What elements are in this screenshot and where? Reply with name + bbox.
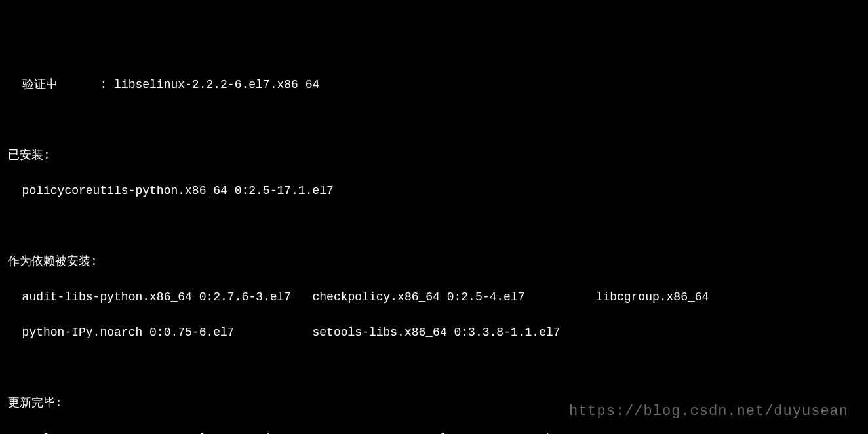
- blank-line: [8, 218, 860, 235]
- installed-header: 已安装:: [8, 147, 860, 165]
- deps-installed-line2: python-IPy.noarch 0:0.75-6.el7 setools-l…: [8, 324, 860, 342]
- updated-line1: curl.x86_64 0:7.29.0-42.el7_4.1 dracut.x…: [8, 430, 860, 434]
- verify-pkg: libselinux-2.2.2-6.el7.x86_64: [114, 78, 319, 91]
- installed-line1: policycoreutils-python.x86_64 0:2.5-17.1…: [8, 182, 860, 200]
- blank-line: [8, 111, 860, 129]
- deps-installed-line1: audit-libs-python.x86_64 0:2.7.6-3.el7 c…: [8, 288, 860, 306]
- deps-installed-header: 作为依赖被安装:: [8, 253, 860, 271]
- watermark-text: https://blog.csdn.net/duyusean: [569, 401, 848, 422]
- verify-line: 验证中 : libselinux-2.2.2-6.el7.x86_64: [8, 76, 860, 94]
- blank-line: [8, 359, 860, 377]
- verify-label: 验证中 :: [8, 78, 114, 91]
